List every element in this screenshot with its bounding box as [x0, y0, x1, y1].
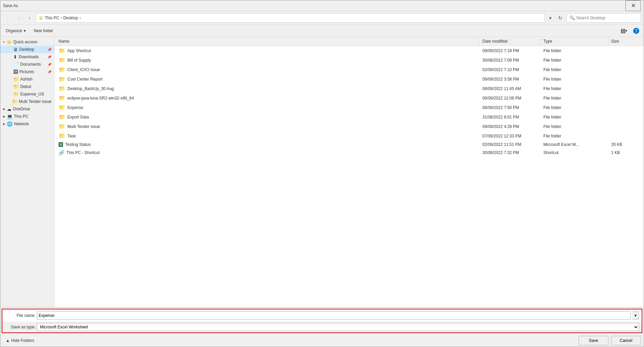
file-row[interactable]: XTesting Status02/09/2022 11:51 PMMicros… [55, 141, 644, 149]
sidebar-item-onedrive[interactable]: ▶☁OneDrive [0, 105, 54, 113]
file-date-cell: 07/09/2022 12:33 PM [480, 131, 541, 140]
expander-quick-access[interactable]: ▾ [3, 40, 5, 44]
sidebar-icon-ashish: 📁 [13, 77, 19, 82]
sidebar-item-expense-us[interactable]: 📁Expense_US [0, 90, 54, 98]
button-row: Save Cancel [579, 336, 641, 345]
folder-icon: 📁 [59, 104, 65, 111]
header-type[interactable]: Type [541, 37, 608, 46]
save-as-type-select[interactable]: Microsoft Excel Worksheet [37, 323, 639, 331]
search-input[interactable] [576, 16, 638, 20]
organize-button[interactable]: Organize ▾ [3, 27, 28, 35]
file-row[interactable]: 📁App Shortcut09/09/2022 7:19 PMFile fold… [55, 46, 644, 56]
file-pane: Name Date modified Type Size 📁App Shortc… [55, 37, 644, 307]
new-folder-button[interactable]: New folder [31, 27, 56, 35]
file-row[interactable]: 📁Multi Tender issue09/09/2022 4:28 PMFil… [55, 122, 644, 131]
sidebar-item-documents[interactable]: 📄Documents📌 [0, 61, 54, 68]
file-date-cell: 08/09/2022 11:45 AM [480, 84, 541, 93]
header-date[interactable]: Date modified [480, 37, 541, 46]
hide-folders-row: ▲ Hide Folders [3, 337, 37, 344]
file-name-dropdown[interactable]: ▾ [632, 311, 639, 320]
search-bar: 🔍 [566, 13, 641, 23]
file-row[interactable]: 📁Client_ICICI issue02/09/2022 7:10 PMFil… [55, 65, 644, 74]
view-button[interactable]: ▤ ▾ [619, 26, 629, 36]
forward-button[interactable]: › [14, 13, 23, 23]
new-folder-label: New folder [34, 28, 53, 33]
breadcrumb[interactable]: 🖥 This PC › Desktop › [36, 13, 545, 23]
sidebar-item-this-pc[interactable]: ▶💻This PC [0, 113, 54, 120]
file-date-cell: 30/08/2022 7:09 PM [480, 56, 541, 65]
close-button[interactable]: ✕ [625, 0, 641, 11]
breadcrumb-this-pc[interactable]: This PC [45, 16, 59, 20]
header-name[interactable]: Name [56, 37, 480, 46]
sidebar-label-ashish: Ashish [20, 77, 51, 82]
breadcrumb-dropdown-button[interactable]: ▾ [546, 13, 554, 23]
actions-bar: Organize ▾ New folder ▤ ▾ ? [0, 25, 644, 37]
file-name-text: This PC - Shortcut [66, 150, 100, 155]
file-row[interactable]: 🔗This PC - Shortcut30/08/2022 7:32 PMSho… [55, 149, 644, 157]
file-date-cell: 06/09/2022 12:08 PM [480, 93, 541, 103]
file-size-cell [608, 103, 642, 112]
sidebar-icon-multi-tender: 📁 [12, 99, 18, 104]
sidebar-item-ashish[interactable]: 📁Ashish [0, 75, 54, 83]
breadcrumb-desktop[interactable]: Desktop [63, 16, 78, 20]
help-icon: ? [633, 28, 639, 34]
file-type-cell: File folder [541, 131, 608, 140]
sidebar-item-multi-tender[interactable]: 📁Multi Tender issue [0, 98, 54, 105]
sidebar-item-downloads[interactable]: ⬇Downloads📌 [0, 53, 54, 61]
expander-this-pc[interactable]: ▶ [3, 115, 5, 118]
help-button[interactable]: ? [631, 26, 641, 36]
expander-onedrive[interactable]: ▶ [3, 107, 5, 111]
bottom-section: File name: ▾ Save as type: Microsoft Exc… [0, 307, 644, 347]
view-icon: ▤ [621, 27, 626, 34]
sidebar-item-pictures[interactable]: 🖼Pictures📌 [0, 68, 54, 75]
sidebar-label-documents: Documents [20, 62, 46, 67]
file-name-text: Multi Tender issue [67, 124, 100, 129]
file-name-text: Export Data [67, 115, 89, 120]
file-name-form: File name: ▾ Save as type: Microsoft Exc… [2, 309, 642, 333]
file-date-cell: 31/08/2022 8:01 PM [480, 112, 541, 122]
cancel-button[interactable]: Cancel [611, 336, 641, 345]
file-row[interactable]: 📁eclipse-java-luna-SR2-win32-x86_6406/09… [55, 93, 644, 103]
file-row[interactable]: 📁Cost Center Report09/09/2022 3:58 PMFil… [55, 74, 644, 84]
file-type-cell: File folder [541, 93, 608, 103]
up-button[interactable]: ↑ [25, 13, 34, 23]
folder-icon: 📁 [59, 47, 65, 54]
hide-folders-label[interactable]: Hide Folders [11, 338, 34, 343]
file-name-cell: 📁Expense [56, 103, 480, 112]
file-name-text: Testing Status [65, 142, 90, 147]
pin-icon-pictures: 📌 [47, 70, 51, 74]
sidebar-item-debut[interactable]: 📁Debut [0, 83, 54, 90]
pin-icon-desktop: 📌 [47, 48, 51, 51]
file-date-cell: 09/09/2022 3:58 PM [480, 74, 541, 84]
expander-network[interactable]: ▶ [3, 122, 5, 126]
file-type-cell: File folder [541, 122, 608, 131]
file-name-cell: 📁eclipse-java-luna-SR2-win32-x86_64 [56, 93, 480, 103]
file-size-cell: 20 KB [608, 141, 642, 148]
sidebar-item-quick-access[interactable]: ▾⭐Quick access [0, 38, 54, 46]
sidebar-item-network[interactable]: ▶🌐Network [0, 120, 54, 128]
file-size-cell [608, 84, 642, 93]
save-as-type-row: Save as type: Microsoft Excel Worksheet [2, 322, 642, 332]
refresh-button[interactable]: ↻ [556, 13, 565, 23]
search-icon: 🔍 [569, 15, 575, 20]
file-name-cell: 📁Multi Tender issue [56, 122, 480, 131]
breadcrumb-separator: › [61, 16, 62, 20]
back-button[interactable]: ‹ [3, 13, 13, 23]
sidebar-icon-onedrive: ☁ [7, 106, 12, 112]
header-size[interactable]: Size [608, 37, 642, 46]
save-button[interactable]: Save [579, 336, 608, 345]
sidebar-item-desktop[interactable]: 🖥Desktop📌 [0, 46, 54, 53]
file-row[interactable]: 📁Desktop_BackUp_30 Aug08/09/2022 11:45 A… [55, 84, 644, 93]
file-name-input[interactable] [37, 311, 631, 320]
file-row[interactable]: 📁Task07/09/2022 12:33 PMFile folder [55, 131, 644, 141]
file-size-cell [608, 65, 642, 74]
title-bar: Save As ✕ [0, 0, 644, 11]
file-row[interactable]: 📁Bill of Supply30/08/2022 7:09 PMFile fo… [55, 56, 644, 65]
file-size-cell [608, 46, 642, 55]
file-type-cell: File folder [541, 74, 608, 84]
view-dropdown-arrow: ▾ [626, 29, 627, 32]
file-row[interactable]: 📁Export Data31/08/2022 8:01 PMFile folde… [55, 112, 644, 122]
sidebar: ▾⭐Quick access🖥Desktop📌⬇Downloads📌📄Docum… [0, 37, 55, 307]
file-row[interactable]: 📁Expense06/09/2022 7:50 PMFile folder [55, 103, 644, 112]
sidebar-label-onedrive: OneDrive [13, 107, 51, 111]
